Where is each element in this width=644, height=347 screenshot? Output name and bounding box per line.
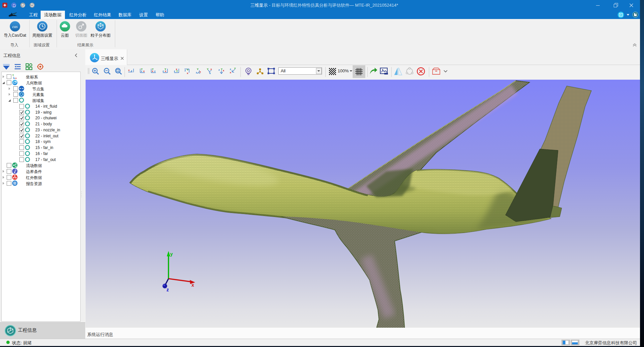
svg-text:Y: Y [187,68,189,71]
svg-text:y: y [170,251,173,257]
svg-text:x: x [191,282,194,288]
svg-text:x: x [223,69,224,72]
svg-text:z: z [141,70,142,73]
svg-text:z: z [196,71,197,74]
svg-text:x: x [152,70,154,73]
svg-text:z: z [218,68,220,71]
svg-text:x: x [15,77,17,79]
svg-text:x: x [165,70,166,73]
svg-text:x: x [230,71,231,74]
svg-text:z: z [230,68,231,71]
svg-text:Y: Y [197,68,199,71]
svg-text:z: z [13,77,15,79]
svg-text:cas: cas [12,24,18,29]
svg-text:z: z [154,70,156,73]
svg-text:z: z [174,70,175,73]
svg-text:z: z [184,69,186,72]
svg-text:Y: Y [176,70,178,73]
svg-text:x: x [143,70,145,73]
svg-text:Y: Y [12,74,14,76]
svg-text:z: z [162,70,164,73]
svg-text:z: z [166,287,169,292]
svg-text:x: x [187,72,188,75]
svg-text:x: x [199,70,201,73]
svg-text:x: x [128,69,130,72]
